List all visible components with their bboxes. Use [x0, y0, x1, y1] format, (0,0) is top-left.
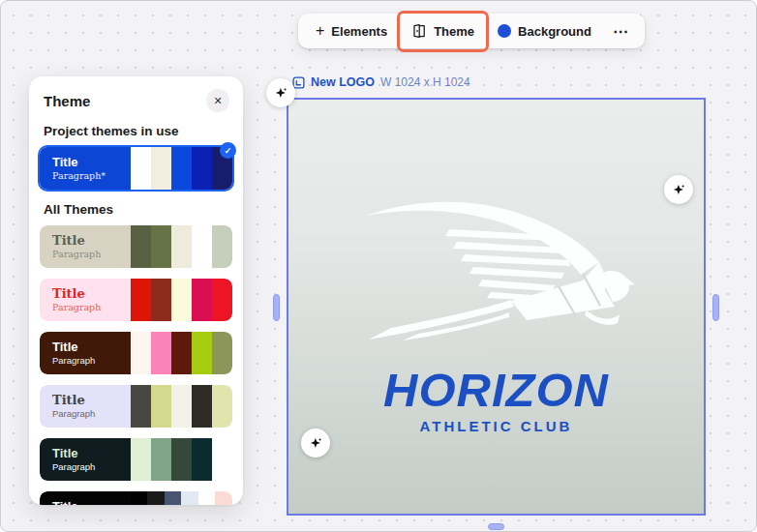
color-swatch — [131, 279, 151, 321]
color-swatch — [212, 332, 232, 374]
swatchbook-icon — [411, 23, 427, 39]
color-swatch — [212, 225, 232, 268]
resize-handle-right[interactable] — [712, 294, 719, 321]
color-swatch — [192, 225, 212, 268]
resize-handle-bottom[interactable] — [488, 523, 504, 530]
close-icon: ✕ — [213, 96, 222, 106]
logo-title[interactable]: HORIZON — [288, 363, 704, 417]
top-toolbar: + Elements Theme Background ⋯ — [298, 14, 645, 48]
color-swatch — [151, 225, 171, 268]
theme-card[interactable]: Title Paragraph* ✓ — [40, 147, 232, 190]
color-swatch — [151, 385, 171, 428]
all-themes-heading: All Themes — [40, 202, 232, 217]
theme-title: Title — [52, 394, 131, 408]
color-swatch — [151, 332, 171, 374]
in-use-heading: Project themes in use — [40, 124, 232, 138]
plus-icon: + — [316, 23, 324, 39]
color-swatch — [215, 491, 232, 505]
color-swatch — [131, 491, 148, 505]
theme-card[interactable]: Title Paragraph ✓ — [40, 332, 232, 374]
color-swatch — [151, 438, 171, 481]
color-swatch — [181, 491, 198, 505]
background-button-label: Background — [518, 24, 591, 39]
color-swatch — [131, 225, 151, 268]
theme-sample: Title Paragraph — [40, 491, 131, 505]
theme-sample: Title Paragraph — [40, 385, 131, 428]
all-themes-list: Title Paragraph ✓ Title Paragraph ✓ Titl… — [40, 225, 232, 505]
ellipsis-icon: ⋯ — [613, 22, 629, 41]
theme-card[interactable]: Title Paragraph ✓ — [40, 225, 232, 268]
theme-title: Title — [52, 340, 131, 355]
background-button[interactable]: Background — [486, 17, 603, 44]
theme-title: Title — [52, 500, 131, 505]
theme-paragraph: Paragraph* — [52, 170, 131, 181]
theme-swatches — [131, 147, 232, 190]
more-options-button[interactable]: ⋯ — [603, 17, 639, 44]
theme-card[interactable]: Title Paragraph ✓ — [40, 438, 232, 481]
artboard-label[interactable]: New LOGO W 1024 x H 1024 — [292, 75, 470, 89]
editor-page: + Elements Theme Background ⋯ — [0, 0, 757, 532]
theme-paragraph: Paragraph — [52, 249, 131, 259]
close-panel-button[interactable]: ✕ — [206, 89, 229, 112]
color-swatch — [131, 438, 151, 481]
in-use-theme-list: Title Paragraph* ✓ — [40, 147, 232, 190]
theme-title: Title — [52, 447, 131, 461]
theme-button-label: Theme — [434, 24, 474, 39]
theme-title: Title — [52, 287, 131, 302]
color-swatch — [131, 147, 151, 190]
color-swatch — [212, 279, 232, 321]
theme-paragraph: Paragraph — [52, 461, 131, 472]
color-swatch — [171, 385, 192, 428]
color-swatch — [198, 491, 216, 505]
theme-card[interactable]: Title Paragraph ✓ — [40, 279, 232, 321]
theme-swatches — [131, 225, 232, 268]
color-swatch — [192, 332, 212, 374]
selected-check-badge: ✓ — [220, 142, 236, 159]
background-color-dot-icon — [498, 24, 511, 38]
theme-sample: Title Paragraph — [40, 225, 131, 268]
theme-swatches — [131, 279, 232, 321]
color-swatch — [147, 491, 165, 505]
theme-sample: Title Paragraph — [40, 332, 131, 374]
resize-handle-left[interactable] — [273, 294, 280, 321]
ai-sparkle-button-bottom-left[interactable] — [301, 429, 330, 458]
artboard-dimensions: W 1024 x H 1024 — [380, 75, 470, 89]
theme-title: Title — [52, 234, 131, 249]
theme-swatches — [131, 385, 232, 428]
color-swatch — [171, 225, 192, 268]
color-swatch — [131, 385, 151, 428]
theme-panel: Theme ✕ Project themes in use Title Para… — [29, 76, 243, 505]
theme-title: Title — [52, 156, 131, 170]
bird-logo-mark[interactable] — [364, 192, 635, 345]
theme-swatches — [131, 491, 232, 505]
color-swatch — [171, 332, 192, 374]
theme-paragraph: Paragraph — [52, 355, 131, 366]
color-swatch — [171, 147, 192, 190]
logo-subtitle[interactable]: ATHLETIC CLUB — [288, 418, 704, 434]
theme-sample: Title Paragraph* — [40, 147, 131, 190]
theme-paragraph: Paragraph — [52, 302, 131, 312]
theme-card[interactable]: Title Paragraph ✓ — [40, 385, 232, 428]
theme-swatches — [131, 438, 232, 481]
theme-swatches — [131, 332, 232, 374]
color-swatch — [212, 385, 232, 428]
color-swatch — [165, 491, 182, 505]
color-swatch — [151, 279, 171, 321]
color-swatch — [151, 147, 171, 190]
color-swatch — [171, 279, 192, 321]
color-swatch — [131, 332, 151, 374]
theme-sample: Title Paragraph — [40, 438, 131, 481]
color-swatch — [192, 385, 212, 428]
artboard-name: New LOGO — [311, 75, 375, 89]
color-swatch — [192, 147, 212, 190]
theme-paragraph: Paragraph — [52, 408, 131, 419]
ai-sparkle-button-top-right[interactable] — [664, 175, 693, 204]
logo-canvas[interactable]: HORIZON ATHLETIC CLUB — [287, 98, 706, 516]
elements-button[interactable]: + Elements — [304, 17, 399, 44]
theme-button[interactable]: Theme — [400, 17, 486, 44]
theme-sample: Title Paragraph — [40, 279, 131, 321]
color-swatch — [192, 438, 212, 481]
theme-card[interactable]: Title Paragraph ✓ — [40, 491, 232, 505]
ai-sparkle-button-corner[interactable] — [266, 78, 295, 107]
color-swatch — [192, 279, 212, 321]
